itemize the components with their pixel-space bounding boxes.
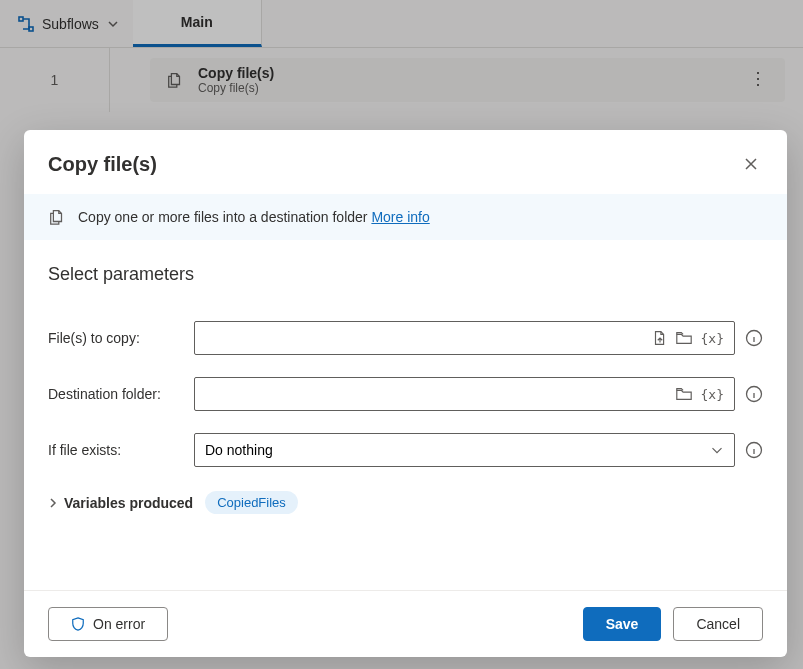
- dialog-header: Copy file(s): [24, 130, 787, 194]
- row-destination-folder: Destination folder: {x}: [48, 377, 763, 411]
- label-files-to-copy: File(s) to copy:: [48, 330, 184, 346]
- on-error-button[interactable]: On error: [48, 607, 168, 641]
- row-files-to-copy: File(s) to copy: {x}: [48, 321, 763, 355]
- parameters-form: File(s) to copy: {x} Destination folder: [24, 291, 787, 467]
- browse-folder-icon[interactable]: [675, 329, 693, 347]
- cancel-button[interactable]: Cancel: [673, 607, 763, 641]
- variable-picker[interactable]: {x}: [699, 387, 726, 402]
- dialog-title: Copy file(s): [48, 153, 739, 176]
- copy-files-dialog: Copy file(s) Copy one or more files into…: [24, 130, 787, 657]
- copy-icon: [48, 208, 66, 226]
- variables-produced-toggle[interactable]: Variables produced: [48, 495, 193, 511]
- close-button[interactable]: [739, 152, 763, 176]
- if-file-exists-value: Do nothing: [205, 442, 273, 458]
- shield-icon: [71, 617, 85, 631]
- row-if-file-exists: If file exists: Do nothing: [48, 433, 763, 467]
- more-info-link[interactable]: More info: [371, 209, 429, 225]
- files-to-copy-input[interactable]: [205, 322, 645, 354]
- browse-folder-icon[interactable]: [675, 385, 693, 403]
- label-if-file-exists: If file exists:: [48, 442, 184, 458]
- info-icon[interactable]: [745, 329, 763, 347]
- input-wrap-dest: {x}: [194, 377, 735, 411]
- variable-chip-copiedfiles[interactable]: CopiedFiles: [205, 491, 298, 514]
- if-file-exists-select[interactable]: Do nothing: [194, 433, 735, 467]
- close-icon: [744, 157, 758, 171]
- variable-picker[interactable]: {x}: [699, 331, 726, 346]
- chevron-right-icon: [48, 498, 58, 508]
- dialog-footer: On error Save Cancel: [24, 590, 787, 657]
- destination-folder-input[interactable]: [205, 378, 669, 410]
- input-wrap-files: {x}: [194, 321, 735, 355]
- save-button[interactable]: Save: [583, 607, 662, 641]
- section-heading: Select parameters: [24, 240, 787, 291]
- info-icon[interactable]: [745, 441, 763, 459]
- select-file-icon[interactable]: [651, 329, 669, 347]
- info-strip: Copy one or more files into a destinatio…: [24, 194, 787, 240]
- variables-produced-row: Variables produced CopiedFiles: [24, 467, 787, 514]
- chevron-down-icon: [708, 441, 726, 459]
- label-destination-folder: Destination folder:: [48, 386, 184, 402]
- info-text: Copy one or more files into a destinatio…: [78, 209, 371, 225]
- info-icon[interactable]: [745, 385, 763, 403]
